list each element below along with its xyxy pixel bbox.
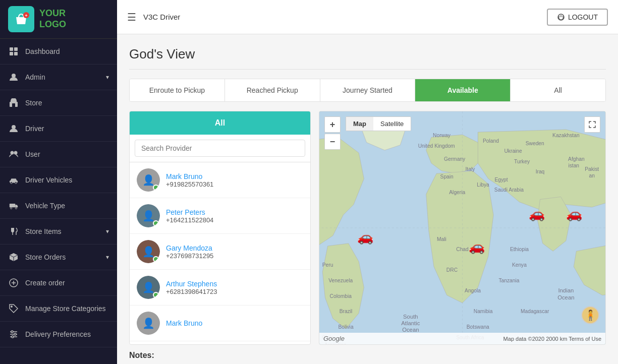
svg-rect-9 [12, 103, 15, 107]
sidebar-item-dashboard[interactable]: Dashboard [0, 39, 117, 65]
list-item[interactable]: 👤 Mark Bruno [130, 306, 310, 341]
sidebar-item-driver[interactable]: Driver [0, 116, 117, 142]
sidebar-item-label: Manage Store Categories [25, 305, 109, 313]
map-zoom-controls: + − [324, 116, 341, 150]
sidebar-item-store[interactable]: Store [0, 90, 117, 116]
truck-icon [8, 200, 19, 211]
svg-text:Venezuela: Venezuela [328, 278, 353, 283]
svg-point-15 [15, 182, 17, 184]
svg-point-27 [11, 331, 13, 333]
sidebar-item-label: Store Items [25, 227, 100, 235]
search-input[interactable] [135, 140, 305, 157]
map-type-buttons: Map Satellite [346, 116, 411, 131]
svg-text:Namibia: Namibia [474, 309, 493, 314]
sidebar-item-manage-store-categories[interactable]: Manage Store Categories [0, 296, 117, 322]
sidebar-item-delivery-preferences[interactable]: Delivery Preferences [0, 322, 117, 347]
provider-phone: +164211522804 [166, 216, 303, 224]
sidebar-item-create-order[interactable]: Create order [0, 270, 117, 296]
plus-circle-icon [8, 277, 19, 288]
tab-journey[interactable]: Journey Started [320, 79, 416, 101]
svg-point-23 [11, 306, 12, 307]
sidebar-item-label: Store Orders [25, 253, 100, 261]
driver-icon [8, 123, 19, 134]
car-marker-4: 🚗 [566, 206, 582, 222]
panels: All 👤 Mark Bruno +919825570361 [129, 111, 606, 345]
svg-text:istan: istan [568, 163, 579, 168]
svg-text:Saudi Arabia: Saudi Arabia [494, 187, 524, 193]
tab-bar: Enroute to Pickup Reached Pickup Journey… [129, 79, 606, 102]
svg-text:Algeria: Algeria [449, 190, 465, 195]
map-type-satellite[interactable]: Satellite [373, 117, 411, 131]
content-area: God's View Enroute to Pickup Reached Pic… [117, 34, 618, 364]
list-item[interactable]: 👤 Mark Bruno +919825570361 [130, 162, 310, 198]
provider-name: Gary Mendoza [166, 244, 303, 252]
sidebar-item-label: Vehicle Type [25, 202, 109, 210]
list-item[interactable]: 👤 Gary Mendoza +237698731295 [130, 234, 310, 270]
provider-info: Gary Mendoza +237698731295 [166, 244, 303, 260]
svg-text:Atlantic: Atlantic [401, 320, 420, 326]
svg-text:Spain: Spain [440, 174, 454, 179]
sidebar-item-label: Dashboard [25, 47, 109, 55]
zoom-in-button[interactable]: + [324, 116, 341, 133]
provider-name: Mark Bruno [166, 172, 303, 180]
svg-text:Germany: Germany [444, 156, 466, 162]
svg-point-18 [15, 207, 17, 209]
svg-text:Italy: Italy [465, 166, 475, 172]
tab-available[interactable]: Available [415, 79, 511, 101]
svg-text:Libya: Libya [477, 182, 489, 188]
provider-name: Mark Bruno [166, 319, 303, 327]
sliders-icon [8, 329, 19, 340]
fullscreen-button[interactable] [584, 116, 600, 133]
sidebar-nav: Dashboard Admin ▾ Store Driver User [0, 39, 117, 364]
provider-info: Mark Bruno [166, 319, 303, 327]
online-indicator [153, 220, 159, 226]
page-title: God's View [129, 46, 606, 62]
tab-enroute[interactable]: Enroute to Pickup [130, 79, 225, 101]
map-type-map[interactable]: Map [346, 117, 373, 131]
chevron-down-icon: ▾ [106, 228, 109, 235]
sidebar-item-user[interactable]: User [0, 142, 117, 167]
map-attribution: Map data ©2020 2000 km Terms of Use [503, 336, 601, 342]
sidebar-item-store-items[interactable]: Store Items ▾ [0, 219, 117, 245]
online-indicator [153, 256, 159, 262]
sidebar-item-label: User [25, 150, 109, 158]
svg-text:Iraq: Iraq [536, 169, 545, 174]
sidebar-item-label: Create order [25, 279, 109, 287]
logout-button[interactable]: LOGOUT [547, 9, 608, 26]
map-panel: North Atlantic Ocean Venezuela Colombia … [319, 111, 606, 345]
provider-search-area [130, 135, 310, 162]
tab-all[interactable]: All [511, 79, 605, 101]
svg-text:Pakist: Pakist [585, 166, 599, 172]
provider-name: Arthur Stephens [166, 280, 303, 288]
svg-text:Ocean: Ocean [557, 294, 574, 300]
list-item[interactable]: 👤 Arthur Stephens +6281398641723 [130, 270, 310, 306]
provider-panel-header: All [130, 111, 310, 135]
svg-text:Ethiopia: Ethiopia [510, 247, 529, 252]
list-item[interactable]: 👤 Peter Peters +164211522804 [130, 198, 310, 234]
menu-icon[interactable]: ☰ [127, 11, 136, 23]
avatar: 👤 [137, 240, 160, 263]
svg-text:Peru: Peru [322, 262, 333, 268]
tab-reached[interactable]: Reached Pickup [225, 79, 320, 101]
avatar: 👤 [137, 168, 160, 192]
sidebar: + YOURLOGO Dashboard Admin ▾ Store [0, 0, 117, 364]
logo-text: YOURLOGO [39, 8, 66, 30]
svg-text:Kenya: Kenya [512, 262, 527, 268]
chevron-down-icon: ▾ [106, 254, 109, 261]
svg-text:Ocean: Ocean [402, 327, 419, 333]
grid-icon [8, 46, 19, 57]
topbar: ☰ V3C Driver LOGOUT [117, 0, 618, 34]
avatar: 👤 [137, 204, 160, 227]
tag-icon [8, 303, 19, 314]
admin-icon [8, 72, 19, 83]
svg-point-29 [12, 336, 14, 338]
svg-text:Tanzania: Tanzania [498, 278, 519, 283]
sidebar-item-driver-vehicles[interactable]: Driver Vehicles [0, 167, 117, 193]
zoom-out-button[interactable]: − [324, 134, 341, 150]
svg-point-28 [14, 333, 16, 335]
power-icon [557, 13, 565, 21]
sidebar-item-store-orders[interactable]: Store Orders ▾ [0, 245, 117, 270]
sidebar-item-admin[interactable]: Admin ▾ [0, 65, 117, 90]
svg-text:Chad: Chad [456, 247, 469, 252]
sidebar-item-vehicle-type[interactable]: Vehicle Type [0, 193, 117, 219]
